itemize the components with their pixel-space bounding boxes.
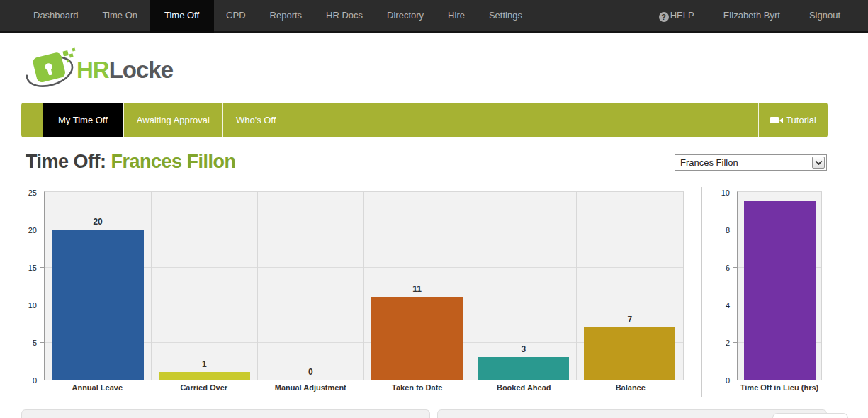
x-axis-category-label: Taken to Date xyxy=(364,383,471,392)
x-axis-category-label: Booked Ahead xyxy=(470,383,577,392)
nav-item-directory[interactable]: Directory xyxy=(375,0,436,33)
signout-link[interactable]: Signout xyxy=(797,0,852,33)
y-axis-tick-label: 10 xyxy=(28,300,37,311)
x-axis-category-label: Time Off in Lieu (hrs) xyxy=(737,383,822,392)
top-navigation-bar: Dashboard Time On Time Off CPD Reports H… xyxy=(0,0,868,33)
y-axis-tick-label: 20 xyxy=(28,225,37,236)
employee-select-value: Frances Fillon xyxy=(680,157,738,168)
bottom-panel-left xyxy=(21,409,430,418)
time-off-sub-navigation: My Time Off Awaiting Approval Who's Off … xyxy=(21,103,828,137)
bottom-white-tab xyxy=(772,413,848,418)
bar-value-label: 1 xyxy=(151,359,257,369)
x-axis-category-label: Manual Adjustment xyxy=(257,383,364,392)
chart-plot-area: 20101137 xyxy=(44,191,684,380)
page-title: Time Off: Frances Fillon xyxy=(26,151,236,173)
hrlocker-logo-graphic: HRLocker xyxy=(26,45,174,94)
subnav-spacer xyxy=(288,103,758,137)
nav-item-cpd[interactable]: CPD xyxy=(214,0,257,33)
page-title-prefix: Time Off: xyxy=(26,151,106,172)
tutorial-label: Tutorial xyxy=(786,103,816,137)
chart-plot-area xyxy=(737,191,822,380)
help-question-icon: ? xyxy=(659,12,669,22)
svg-text:HRLocker: HRLocker xyxy=(77,57,174,83)
y-axis-tick-label: 0 xyxy=(33,375,37,386)
subnav-left-pad xyxy=(21,103,43,137)
logo-text-locker: Locker xyxy=(109,57,174,83)
y-axis-tick-label: 2 xyxy=(726,337,730,349)
chart-divider-line xyxy=(701,187,702,397)
bar-carried-over xyxy=(159,372,250,380)
tab-awaiting-approval[interactable]: Awaiting Approval xyxy=(123,103,222,137)
time-off-in-lieu-chart: 0246810 Time Off in Lieu (hrs) xyxy=(709,186,828,392)
x-axis-category-label: Carried Over xyxy=(151,383,258,392)
chevron-down-icon xyxy=(815,158,822,165)
time-off-summary-chart: 0510152025 20101137 Annual LeaveCarried … xyxy=(21,186,687,392)
top-nav-right-group: ?HELP Elizabeth Byrt Signout xyxy=(647,0,852,33)
category-separator-line xyxy=(257,192,258,380)
y-axis-tick-label: 15 xyxy=(28,262,37,273)
tutorial-button[interactable]: Tutorial xyxy=(758,103,828,137)
video-camera-icon xyxy=(770,117,779,123)
page-title-employee-name: Frances Fillon xyxy=(111,151,236,172)
nav-item-time-on[interactable]: Time On xyxy=(91,0,150,33)
current-user-link[interactable]: Elizabeth Byrt xyxy=(711,0,797,33)
help-label: HELP xyxy=(670,10,694,21)
x-axis-labels: Time Off in Lieu (hrs) xyxy=(737,383,822,392)
logo-text-hr: HR xyxy=(77,57,110,83)
nav-item-time-off[interactable]: Time Off xyxy=(150,0,214,33)
nav-item-settings[interactable]: Settings xyxy=(477,0,534,33)
y-axis-tick-label: 25 xyxy=(28,187,37,198)
y-axis-tick-label: 6 xyxy=(726,262,730,273)
bar-annual-leave xyxy=(52,230,144,380)
x-axis-category-label: Balance xyxy=(577,383,684,392)
hrlocker-logo[interactable]: HRLocker xyxy=(26,45,174,94)
x-axis-category-label: Annual Leave xyxy=(44,383,151,392)
bar-balance xyxy=(584,327,675,380)
y-axis-tick-label: 10 xyxy=(721,187,730,198)
tab-whos-off[interactable]: Who's Off xyxy=(222,103,288,137)
nav-item-dashboard[interactable]: Dashboard xyxy=(21,0,91,33)
video-camera-lens-icon xyxy=(779,118,783,123)
y-axis: 0510152025 xyxy=(21,191,44,380)
bar-booked-ahead xyxy=(478,357,569,380)
bar-value-label: 7 xyxy=(577,315,683,324)
nav-item-reports[interactable]: Reports xyxy=(258,0,315,33)
nav-item-hr-docs[interactable]: HR Docs xyxy=(314,0,375,33)
nav-item-hire[interactable]: Hire xyxy=(436,0,477,33)
select-arrow-button[interactable] xyxy=(812,157,825,169)
bar-time-off-in-lieu-hrs- xyxy=(744,201,816,380)
bar-value-label: 20 xyxy=(45,217,151,227)
y-axis-tick-label: 5 xyxy=(33,337,37,349)
y-axis-tick-label: 0 xyxy=(726,375,730,386)
tab-my-time-off[interactable]: My Time Off xyxy=(43,103,123,137)
bar-value-label: 0 xyxy=(257,367,363,377)
bar-taken-to-date xyxy=(371,297,463,380)
y-axis-tick-label: 8 xyxy=(726,225,730,236)
bottom-panel-right xyxy=(437,409,827,418)
bar-value-label: 11 xyxy=(364,284,470,294)
help-link[interactable]: ?HELP xyxy=(647,0,711,33)
x-axis-labels: Annual LeaveCarried OverManual Adjustmen… xyxy=(44,383,684,392)
y-axis-tick-label: 4 xyxy=(726,300,730,311)
y-axis: 0246810 xyxy=(709,191,737,380)
bar-value-label: 3 xyxy=(470,344,577,354)
employee-select[interactable]: Frances Fillon xyxy=(675,154,827,171)
